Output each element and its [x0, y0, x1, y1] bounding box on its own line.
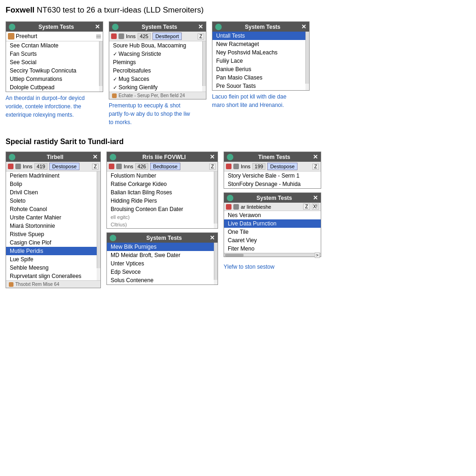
- scrollbar-btn[interactable]: >: [315, 252, 320, 258]
- list-item[interactable]: Uttiep Commurations: [6, 75, 99, 83]
- list-item[interactable]: Ursite Canter Mahier: [6, 213, 97, 222]
- list-item[interactable]: Sehble Meesng: [6, 264, 97, 272]
- list-item[interactable]: Unter Vptices: [107, 259, 214, 268]
- list-item[interactable]: Folustiom Number: [107, 172, 214, 180]
- list-item[interactable]: Broulsing Conteon Ean Dater: [107, 205, 214, 213]
- list-item[interactable]: Soure Hub Boua, Macoaming: [109, 41, 202, 50]
- list-item[interactable]: Pecrolbisafules: [109, 66, 202, 75]
- top-left-panel: System Tests ✕ Preehurt See Ccntan Milao…: [6, 21, 103, 92]
- list-item[interactable]: Miará Stortonninie: [6, 222, 97, 230]
- bottom-panel1-close[interactable]: ✕: [93, 153, 98, 160]
- list-item[interactable]: Wacsing Sristicte: [109, 50, 202, 58]
- tb-z[interactable]: Z: [312, 164, 319, 170]
- tb-z[interactable]: Z: [209, 164, 216, 170]
- top-right-close[interactable]: ✕: [301, 23, 306, 30]
- list-item[interactable]: Drivil Clsen: [6, 188, 97, 197]
- top-mid-list: Soure Hub Boua, Macoaming Wacsing Sristi…: [109, 41, 202, 92]
- top-left-close[interactable]: ✕: [95, 23, 100, 30]
- list-item[interactable]: Hidding Ride Piers: [107, 197, 214, 205]
- top-right-title: System Tests: [224, 24, 301, 30]
- scrollbar[interactable]: [97, 172, 100, 268]
- list-item[interactable]: Fuliiy Lace: [212, 57, 305, 65]
- list-item[interactable]: Balian lictan Bilng Roses: [107, 188, 214, 197]
- tb-btn-destopose2[interactable]: Destopose: [267, 163, 298, 170]
- tb-btn-bedtopose[interactable]: Bedtopose: [150, 163, 180, 170]
- tb-icon: [233, 204, 239, 210]
- scrollbar[interactable]: [214, 243, 218, 280]
- list-item[interactable]: Fan Scurts: [6, 50, 99, 58]
- bottom-mid-col: Rris liie FOVWLI ✕ Inns 426 Bedtopose Z …: [106, 152, 218, 285]
- tb-red-icon: [8, 164, 13, 169]
- list-item[interactable]: Ratise Corkarge Kideo: [107, 180, 214, 188]
- top-left-searchbar[interactable]: Preehurt: [6, 32, 103, 41]
- list-item[interactable]: Pre Souor Tasts: [212, 82, 305, 90]
- list-item[interactable]: Pan Masio Cliases: [212, 73, 305, 82]
- list-item[interactable]: Ristive Spuep: [6, 230, 97, 238]
- list-item[interactable]: Bolip: [6, 180, 97, 188]
- top-mid-list-container: Soure Hub Boua, Macoaming Wacsing Sristi…: [109, 41, 206, 92]
- tb-btn-destteport[interactable]: Destteport: [152, 33, 182, 40]
- top-mid-close[interactable]: ✕: [198, 23, 203, 30]
- title-icon: [9, 24, 15, 30]
- status-icon: [112, 93, 117, 98]
- list-item[interactable]: Mug Sacces: [109, 75, 202, 83]
- h-scrollbar[interactable]: >: [224, 253, 321, 257]
- bottom-panel4: Tinem Tests ✕ Inns 199 Destopose Z Story…: [224, 152, 321, 189]
- list-item[interactable]: Untall Tests: [212, 32, 305, 40]
- list-item[interactable]: Fiter Meno: [224, 245, 321, 253]
- list-item[interactable]: Dolople Cutbpead: [6, 83, 99, 92]
- bottom-panel5-list: Nes Verawon Live Data Purnction One Tile…: [224, 211, 321, 253]
- tb-x[interactable]: X!: [312, 204, 319, 210]
- bottom-right-col: Tinem Tests ✕ Inns 199 Destopose Z Story…: [224, 152, 321, 271]
- tb-num: 199: [252, 163, 265, 170]
- list-item[interactable]: Daniue Berius: [212, 65, 305, 73]
- bottom-panel3-close[interactable]: ✕: [210, 234, 215, 241]
- list-item[interactable]: Mew Bilk Purniges: [107, 243, 214, 251]
- list-item[interactable]: Solus Contenene: [107, 276, 214, 284]
- list-item[interactable]: Ruprvetant slign Conerallees: [6, 272, 97, 280]
- folder-icon: [8, 33, 14, 40]
- tb-btn-destopose[interactable]: Destopose: [49, 163, 79, 170]
- list-item[interactable]: ell egitc): [107, 213, 214, 221]
- list-item[interactable]: See Ccntan Milaote: [6, 41, 99, 50]
- bottom-panel5: System Tests ✕ ar lintebieshe Z X! Nes V…: [224, 192, 321, 257]
- list-item[interactable]: StonFobry Desnage - Muhida: [224, 180, 321, 188]
- tb-z[interactable]: Z: [198, 33, 204, 40]
- list-item[interactable]: Nes Verawon: [224, 211, 321, 219]
- list-item[interactable]: See Social: [6, 58, 99, 66]
- scrollbar[interactable]: [214, 172, 218, 224]
- list-item[interactable]: MD Meidar Broft, Swe Dater: [107, 251, 214, 259]
- scrollbar[interactable]: [202, 41, 206, 86]
- statusbar-text: Echate - Serup Per, Ben field 24: [119, 93, 185, 98]
- list-item[interactable]: Rohote Coanol: [6, 205, 97, 213]
- bottom-panel2-close[interactable]: ✕: [210, 153, 215, 160]
- bottom-panel1-group: Tirbell ✕ Inns 419 Destopose Z Periem Ma…: [6, 152, 101, 288]
- top-left-group: System Tests ✕ Preehurt See Ccntan Milao…: [6, 21, 103, 119]
- list-item[interactable]: Story Versiche Bale - Serm 1: [224, 172, 321, 180]
- scrollbar[interactable]: [99, 41, 103, 86]
- list-item[interactable]: Edp Sevoce: [107, 268, 214, 276]
- bottom-panel5-close[interactable]: ✕: [313, 194, 318, 201]
- list-item[interactable]: New Racmetaget: [212, 40, 305, 48]
- list-item[interactable]: Cltrius): [107, 221, 214, 228]
- list-item[interactable]: Mutile Peridis: [6, 247, 97, 255]
- list-item[interactable]: One Tile: [224, 228, 321, 236]
- list-item[interactable]: Lue Spife: [6, 255, 97, 264]
- list-item[interactable]: Ney Poshsvid MaLeachs: [212, 48, 305, 57]
- tb-z[interactable]: Z: [92, 164, 99, 170]
- top-left-titlebar: System Tests ✕: [6, 22, 103, 32]
- list-item[interactable]: Plemings: [109, 58, 202, 66]
- tb-z[interactable]: Z: [303, 204, 310, 210]
- list-item[interactable]: Live Data Purnction: [224, 219, 321, 228]
- top-mid-titlebar: System Tests ✕: [109, 22, 206, 32]
- list-item[interactable]: Secciry Towikup Connicuta: [6, 66, 99, 75]
- list-item[interactable]: Caaret Viey: [224, 236, 321, 245]
- list-item[interactable]: Soleto: [6, 197, 97, 205]
- list-item[interactable]: Casign Cine Plof: [6, 238, 97, 247]
- bottom-panel4-close[interactable]: ✕: [313, 153, 318, 160]
- list-item[interactable]: Sorking Gienlify: [109, 83, 202, 92]
- top-left-list-container: See Ccntan Milaote Fan Scurts See Social…: [6, 41, 103, 92]
- bottom-panel3-titlebar: System Tests ✕: [107, 233, 218, 243]
- scrollbar[interactable]: [305, 32, 309, 84]
- list-item[interactable]: Periem Madrlniinent: [6, 172, 97, 180]
